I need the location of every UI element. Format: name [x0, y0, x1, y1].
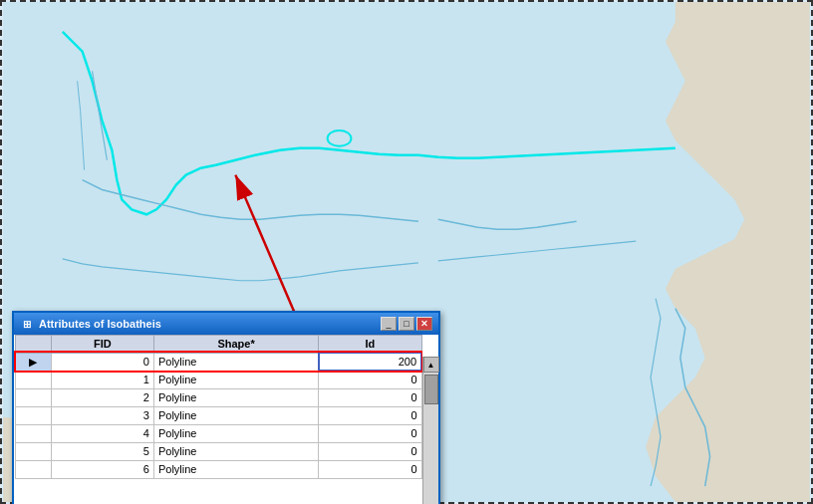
- cell-id[interactable]: 200: [319, 353, 421, 371]
- row-indicator: [15, 424, 51, 442]
- cell-shape: Polyline: [153, 424, 318, 442]
- row-indicator: [15, 460, 51, 478]
- table-row[interactable]: 2Polyline0: [15, 388, 421, 406]
- attribute-titlebar: ⊞ Attributes of Isobatheis _ □ ✕: [14, 313, 438, 335]
- col-header-shape: Shape*: [153, 336, 318, 354]
- map-container: ⊞ Attributes of Isobatheis _ □ ✕ FID Sha…: [0, 0, 813, 504]
- table-body: ▶0Polyline2001Polyline02Polyline03Polyli…: [15, 353, 421, 478]
- row-indicator: [15, 388, 51, 406]
- col-header-id: Id: [319, 336, 421, 354]
- cell-shape: Polyline: [153, 406, 318, 424]
- table-row[interactable]: 5Polyline0: [15, 442, 421, 460]
- col-header-fid: FID: [51, 336, 153, 354]
- table-icon: ⊞: [20, 317, 34, 331]
- row-indicator: [15, 371, 51, 388]
- scroll-up-button[interactable]: ▲: [423, 357, 439, 373]
- table-row[interactable]: 6Polyline0: [15, 460, 421, 478]
- cell-shape: Polyline: [153, 353, 318, 371]
- maximize-button[interactable]: □: [399, 317, 414, 331]
- table-row[interactable]: 3Polyline0: [15, 406, 421, 424]
- cell-fid: 3: [51, 406, 153, 424]
- titlebar-buttons: _ □ ✕: [381, 317, 432, 331]
- table-row[interactable]: 4Polyline0: [15, 424, 421, 442]
- col-header-indicator: [15, 336, 51, 354]
- cell-shape: Polyline: [153, 388, 318, 406]
- table-wrapper: FID Shape* Id ▶0Polyline2001Polyline02Po…: [14, 335, 422, 484]
- scroll-thumb[interactable]: [424, 375, 438, 404]
- minimize-button[interactable]: _: [381, 317, 397, 331]
- table-row[interactable]: 1Polyline0: [15, 371, 421, 388]
- table-scrollbar[interactable]: ▲ ▼: [422, 357, 438, 504]
- cell-fid: 4: [51, 424, 153, 442]
- close-button[interactable]: ✕: [416, 317, 432, 331]
- table-header-row: FID Shape* Id: [15, 336, 421, 354]
- cell-id[interactable]: 0: [319, 388, 421, 406]
- window-title: Attributes of Isobatheis: [39, 318, 161, 330]
- cell-id[interactable]: 0: [319, 460, 421, 478]
- cell-shape: Polyline: [153, 371, 318, 388]
- cell-id[interactable]: 0: [319, 371, 421, 388]
- attribute-table: FID Shape* Id ▶0Polyline2001Polyline02Po…: [14, 335, 422, 479]
- cell-id[interactable]: 0: [319, 406, 421, 424]
- row-indicator: [15, 442, 51, 460]
- table-row[interactable]: ▶0Polyline200: [15, 353, 421, 371]
- cell-fid: 5: [51, 442, 153, 460]
- cell-shape: Polyline: [153, 460, 318, 478]
- table-area: FID Shape* Id ▶0Polyline2001Polyline02Po…: [14, 335, 438, 504]
- cell-id[interactable]: 0: [319, 442, 421, 460]
- cell-fid: 0: [51, 353, 153, 371]
- row-indicator: [15, 406, 51, 424]
- cell-id[interactable]: 0: [319, 424, 421, 442]
- cell-fid: 1: [51, 371, 153, 388]
- cell-fid: 6: [51, 460, 153, 478]
- row-indicator: ▶: [15, 353, 51, 371]
- titlebar-left: ⊞ Attributes of Isobatheis: [20, 317, 161, 331]
- cell-shape: Polyline: [153, 442, 318, 460]
- attribute-table-window: ⊞ Attributes of Isobatheis _ □ ✕ FID Sha…: [12, 311, 440, 504]
- cell-fid: 2: [51, 388, 153, 406]
